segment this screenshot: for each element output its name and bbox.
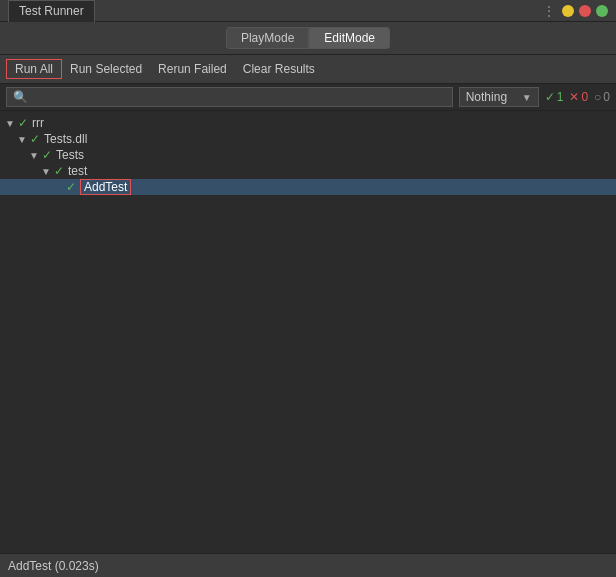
chevron-down-icon: ▼ xyxy=(522,92,532,103)
failed-count: ✕ 0 xyxy=(569,90,588,104)
menu-dots-icon[interactable]: ⋮ xyxy=(542,3,557,19)
arrow-icon-tests: ▼ xyxy=(28,150,40,161)
run-selected-button[interactable]: Run Selected xyxy=(62,60,150,78)
skipped-circle-icon: ○ xyxy=(594,90,601,104)
check-icon-rrr: ✓ xyxy=(16,116,30,130)
check-icon-tests: ✓ xyxy=(40,148,54,162)
title-bar-controls: ⋮ xyxy=(542,3,608,19)
tree-area: ▼ ✓ rrr ▼ ✓ Tests.dll ▼ ✓ Tests ▼ xyxy=(0,111,616,199)
check-icon-add-test: ✓ xyxy=(64,180,78,194)
passed-count: ✓ 1 xyxy=(545,90,564,104)
passed-count-value: 1 xyxy=(557,90,564,104)
tree-label-add-test: AddTest xyxy=(80,180,131,194)
action-bar: Run All Run Selected Rerun Failed Clear … xyxy=(0,55,616,84)
search-input[interactable] xyxy=(6,87,453,107)
tree-label-tests: Tests xyxy=(56,148,84,162)
skipped-count-value: 0 xyxy=(603,90,610,104)
tree-item-tests-dll[interactable]: ▼ ✓ Tests.dll xyxy=(0,131,616,147)
tree-label-rrr: rrr xyxy=(32,116,44,130)
arrow-icon-rrr: ▼ xyxy=(4,118,16,129)
mode-bar: PlayMode EditMode xyxy=(0,22,616,55)
skipped-count: ○ 0 xyxy=(594,90,610,104)
minimize-icon[interactable] xyxy=(562,5,574,17)
arrow-icon-tests-dll: ▼ xyxy=(16,134,28,145)
close-icon[interactable] xyxy=(579,5,591,17)
status-bar: AddTest (0.023s) xyxy=(0,553,616,577)
failed-x-icon: ✕ xyxy=(569,90,579,104)
status-label: AddTest (0.023s) xyxy=(8,559,99,573)
filter-bar: Nothing ▼ ✓ 1 ✕ 0 ○ 0 xyxy=(0,84,616,111)
filter-dropdown[interactable]: Nothing ▼ xyxy=(459,87,539,107)
arrow-icon-test: ▼ xyxy=(40,166,52,177)
tree-label-test: test xyxy=(68,164,87,178)
title-bar: Test Runner ⋮ xyxy=(0,0,616,22)
playmode-button[interactable]: PlayMode xyxy=(226,27,309,49)
tree-label-tests-dll: Tests.dll xyxy=(44,132,87,146)
main-content: PlayMode EditMode Run All Run Selected R… xyxy=(0,22,616,577)
filter-dropdown-value: Nothing xyxy=(466,90,507,104)
failed-count-value: 0 xyxy=(581,90,588,104)
maximize-icon[interactable] xyxy=(596,5,608,17)
tree-item-add-test[interactable]: ✓ AddTest xyxy=(0,179,616,195)
status-counts: ✓ 1 ✕ 0 ○ 0 xyxy=(545,90,610,104)
clear-results-button[interactable]: Clear Results xyxy=(235,60,323,78)
run-all-button[interactable]: Run All xyxy=(6,59,62,79)
editmode-button[interactable]: EditMode xyxy=(309,27,390,49)
rerun-failed-button[interactable]: Rerun Failed xyxy=(150,60,235,78)
tree-item-test[interactable]: ▼ ✓ test xyxy=(0,163,616,179)
selected-item-box: AddTest xyxy=(80,179,131,195)
test-tree[interactable]: ▼ ✓ rrr ▼ ✓ Tests.dll ▼ ✓ Tests ▼ xyxy=(0,111,616,577)
check-icon-tests-dll: ✓ xyxy=(28,132,42,146)
tree-item-rrr[interactable]: ▼ ✓ rrr xyxy=(0,115,616,131)
passed-check-icon: ✓ xyxy=(545,90,555,104)
tree-item-tests[interactable]: ▼ ✓ Tests xyxy=(0,147,616,163)
check-icon-test: ✓ xyxy=(52,164,66,178)
title-tab[interactable]: Test Runner xyxy=(8,0,95,22)
